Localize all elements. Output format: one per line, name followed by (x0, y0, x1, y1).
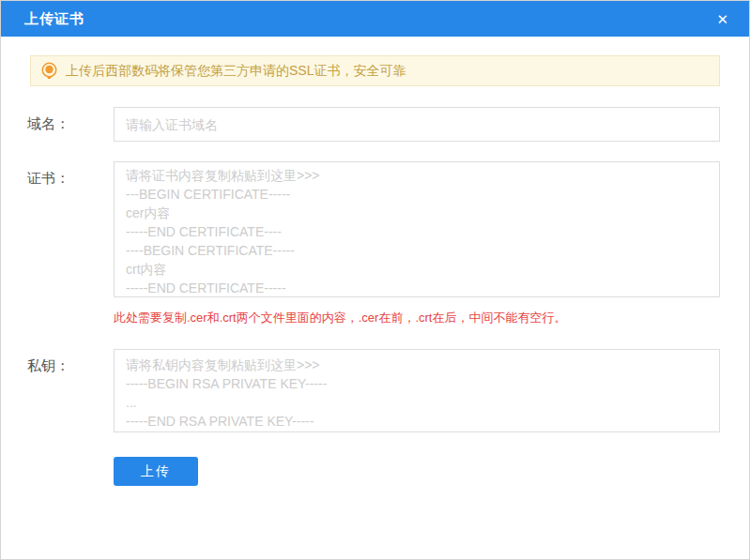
private-key-row: 私钥： (27, 349, 720, 432)
certificate-label: 证书： (27, 161, 114, 188)
dialog-title: 上传证书 (24, 10, 84, 28)
certificate-field-group: 此处需要复制.cer和.crt两个文件里面的内容，.cer在前，.crt在后，中… (114, 161, 720, 326)
lightbulb-icon (40, 62, 58, 80)
upload-certificate-dialog: 上传证书 ✕ 上传后西部数码将保管您第三方申请的SSL证书，安全可靠 域名： 证… (0, 0, 750, 560)
submit-row: 上传 (27, 457, 720, 486)
domain-input[interactable] (114, 107, 720, 142)
certificate-warning-text: 此处需要复制.cer和.crt两个文件里面的内容，.cer在前，.crt在后，中… (114, 310, 720, 326)
dialog-header: 上传证书 ✕ (1, 1, 749, 37)
close-icon[interactable]: ✕ (714, 10, 730, 28)
certificate-textarea[interactable] (114, 161, 720, 297)
upload-button[interactable]: 上传 (114, 457, 198, 486)
certificate-row: 证书： 此处需要复制.cer和.crt两个文件里面的内容，.cer在前，.crt… (27, 161, 720, 326)
private-key-textarea[interactable] (114, 349, 720, 432)
notice-banner: 上传后西部数码将保管您第三方申请的SSL证书，安全可靠 (30, 55, 720, 86)
private-key-field-group (114, 349, 720, 432)
domain-row: 域名： (27, 107, 720, 142)
private-key-label: 私钥： (27, 349, 114, 375)
notice-text: 上传后西部数码将保管您第三方申请的SSL证书，安全可靠 (66, 63, 406, 80)
domain-label: 域名： (27, 107, 114, 133)
